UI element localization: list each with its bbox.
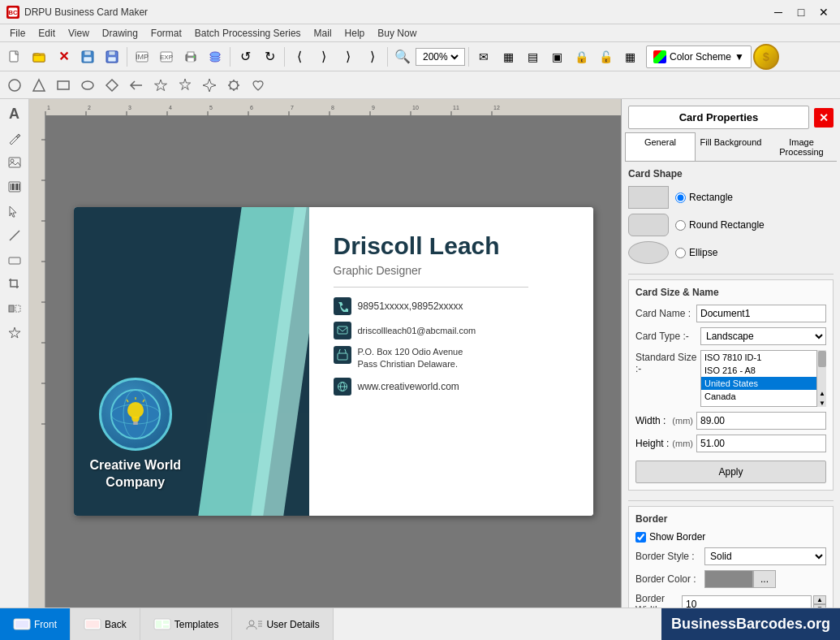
delete-button[interactable]: ✕ — [52, 45, 75, 68]
shape-tool[interactable] — [3, 249, 26, 271]
tab-fill-background[interactable]: Fill Background — [696, 132, 766, 161]
listbox-item-iso7810[interactable]: ISO 7810 ID-1 — [701, 351, 825, 364]
panel-close-button[interactable]: ✕ — [814, 108, 834, 128]
border-width-input[interactable] — [682, 595, 812, 608]
color-scheme-button[interactable]: Color Scheme ▼ — [646, 45, 752, 68]
height-input[interactable] — [696, 435, 826, 452]
star4-tool[interactable] — [198, 74, 221, 97]
unlock-button[interactable]: 🔓 — [594, 45, 617, 68]
maximize-button[interactable]: □ — [791, 4, 811, 20]
undo-button[interactable]: ↺ — [234, 45, 256, 68]
canvas-area[interactable]: 1 2 3 4 5 6 7 8 9 — [29, 99, 621, 608]
tab-front[interactable]: Front — [0, 608, 71, 640]
star5-tool[interactable] — [149, 74, 172, 97]
tab-image-processing[interactable]: Image Processing — [766, 132, 837, 161]
menu-drawing[interactable]: Drawing — [96, 26, 144, 41]
image-tool[interactable] — [3, 151, 26, 174]
move-right-button[interactable]: ⟩ — [312, 45, 335, 68]
tab-templates[interactable]: Templates — [140, 608, 233, 640]
triangle-tool[interactable] — [28, 74, 50, 97]
move-down-button[interactable]: ⟩ — [361, 45, 384, 68]
diamond-tool[interactable] — [101, 74, 123, 97]
border-color-swatch[interactable] — [704, 570, 753, 588]
menu-file[interactable]: File — [3, 26, 32, 41]
border-style-select[interactable]: Solid Dashed Dotted — [704, 547, 826, 565]
print-button[interactable] — [179, 45, 202, 68]
standard-size-listbox[interactable]: ISO 7810 ID-1 ISO 216 - A8 United States… — [700, 350, 826, 407]
show-border-checkbox[interactable] — [635, 532, 646, 543]
close-button[interactable]: ✕ — [814, 4, 834, 20]
circle-tool[interactable] — [3, 74, 26, 97]
rectangle-radio[interactable] — [675, 192, 686, 203]
card-type-select[interactable]: Portrait Landscape — [700, 327, 826, 345]
star-tool[interactable] — [3, 322, 26, 344]
menu-mail[interactable]: Mail — [308, 26, 338, 41]
ellipse-radio[interactable] — [675, 248, 686, 258]
scroll-down-arrow[interactable]: ▼ — [818, 399, 826, 407]
redo-button[interactable]: ↻ — [258, 45, 281, 68]
apply-button[interactable]: Apply — [635, 461, 826, 483]
barcode-tool[interactable] — [3, 175, 26, 198]
buynow-coin-button[interactable]: $ — [753, 44, 779, 70]
card-properties-title[interactable]: Card Properties — [628, 106, 809, 129]
menu-help[interactable]: Help — [338, 26, 372, 41]
line-tool[interactable] — [3, 224, 26, 247]
listbox-item-us[interactable]: United States — [701, 377, 825, 390]
select-tool[interactable] — [3, 200, 26, 223]
tab-user-details[interactable]: User Details — [232, 608, 333, 640]
import-button[interactable]: IMP — [131, 45, 153, 68]
rectangle-radio-label[interactable]: Rectangle — [675, 192, 733, 203]
card-company-name: Creative WorldCompany — [90, 457, 182, 491]
heart-tool[interactable] — [247, 74, 269, 97]
round-rectangle-radio[interactable] — [675, 220, 686, 231]
tool-btn-3[interactable]: ▣ — [545, 45, 568, 68]
zoom-select[interactable]: 200% 150% 100% 75% 50% — [420, 50, 461, 63]
tool-btn-2[interactable]: ▤ — [521, 45, 544, 68]
arrow-left-tool[interactable] — [125, 74, 148, 97]
listbox-scrollbar-thumb[interactable] — [818, 351, 826, 367]
listbox-scrollbar[interactable]: ▲ ▼ — [816, 350, 826, 407]
width-input[interactable] — [696, 412, 826, 430]
move-up-button[interactable]: ⟩ — [337, 45, 360, 68]
email-button[interactable]: ✉ — [472, 45, 495, 68]
lock-button[interactable]: 🔒 — [570, 45, 592, 68]
star6-tool[interactable] — [174, 74, 196, 97]
view-toggle-button[interactable]: ▦ — [618, 45, 641, 68]
menu-view[interactable]: View — [62, 26, 96, 41]
tool-btn-1[interactable]: ▦ — [497, 45, 519, 68]
export-button[interactable]: EXP — [155, 45, 178, 68]
menu-format[interactable]: Format — [144, 26, 188, 41]
listbox-item-canada[interactable]: Canada — [701, 390, 825, 403]
flip-tool[interactable] — [3, 297, 26, 320]
crop-tool[interactable] — [3, 273, 26, 296]
canvas-viewport[interactable]: Creative WorldCompany — [45, 115, 621, 608]
pencil-tool[interactable] — [3, 127, 26, 149]
menu-edit[interactable]: Edit — [32, 26, 62, 41]
border-width-up[interactable]: ▲ — [813, 595, 826, 604]
gear-tool[interactable] — [222, 74, 245, 97]
business-card[interactable]: Creative WorldCompany — [74, 207, 593, 516]
border-width-down[interactable]: ▼ — [813, 604, 826, 608]
border-color-picker-button[interactable]: ... — [753, 570, 776, 588]
save-button[interactable] — [76, 45, 99, 68]
round-rectangle-radio-label[interactable]: Round Rectangle — [675, 219, 765, 231]
open-button[interactable] — [28, 45, 50, 68]
menu-buynow[interactable]: Buy Now — [371, 26, 423, 41]
ellipse-radio-label[interactable]: Ellipse — [675, 247, 717, 258]
new-button[interactable] — [3, 45, 26, 68]
rectangle-tool[interactable] — [52, 74, 75, 97]
tab-general[interactable]: General — [625, 132, 696, 161]
scroll-up-arrow[interactable]: ▲ — [818, 389, 826, 397]
show-border-row[interactable]: Show Border — [635, 531, 826, 543]
card-name-input[interactable] — [696, 305, 826, 322]
oval-tool[interactable] — [76, 74, 99, 97]
zoom-out-button[interactable]: 🔍 — [391, 45, 414, 68]
save-as-button[interactable] — [101, 45, 123, 68]
menu-batch[interactable]: Batch Processing Series — [188, 26, 308, 41]
listbox-item-iso216[interactable]: ISO 216 - A8 — [701, 364, 825, 377]
move-left-button[interactable]: ⟨ — [288, 45, 311, 68]
text-tool[interactable]: A — [3, 102, 26, 125]
minimize-button[interactable]: ─ — [769, 4, 788, 20]
tab-back[interactable]: Back — [71, 608, 140, 640]
db-button[interactable] — [204, 45, 226, 68]
